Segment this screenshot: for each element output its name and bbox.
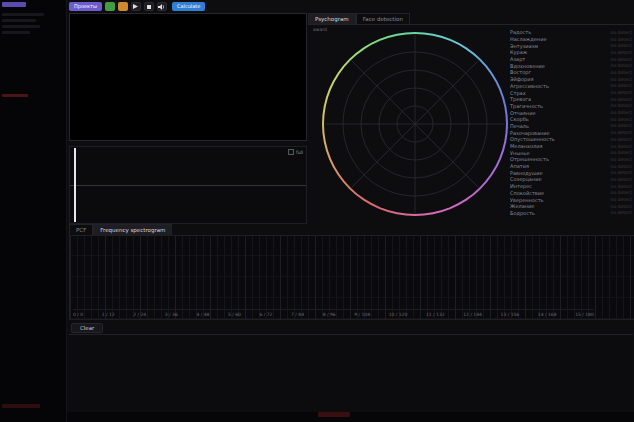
emotion-row: Печальno detect	[510, 123, 632, 130]
time-axis-label: 6 / 72	[260, 312, 273, 317]
video-preview-panel	[69, 13, 307, 141]
emotion-value: no detect	[611, 210, 632, 215]
emotion-row: Интересno detect	[510, 183, 632, 190]
emotion-value: no detect	[611, 190, 632, 195]
emotion-value: no detect	[611, 77, 632, 82]
time-axis-label: 0 / 0	[73, 312, 83, 317]
emotion-value: no detect	[611, 43, 632, 48]
time-axis-label: 1 / 12	[102, 312, 115, 317]
emotion-value: no detect	[611, 37, 632, 42]
projects-button[interactable]: Проекты	[69, 2, 102, 11]
tab-pcf[interactable]: PCF	[69, 224, 93, 235]
sidebar-item[interactable]	[2, 25, 40, 28]
emotion-row: Азартno detect	[510, 56, 632, 63]
green-tool-button[interactable]	[105, 2, 115, 11]
status-indicator	[318, 412, 350, 417]
time-axis-label: 7 / 84	[291, 312, 304, 317]
emotion-value: no detect	[611, 150, 632, 155]
stop-button[interactable]	[144, 2, 154, 11]
time-axis-label: 4 / 48	[196, 312, 209, 317]
sidebar	[0, 0, 67, 422]
frequency-spectrogram-panel[interactable]: 0 / 01 / 122 / 243 / 364 / 485 / 606 / 7…	[69, 235, 634, 320]
emotion-value: no detect	[611, 197, 632, 202]
time-axis-label: 12 / 144	[463, 312, 482, 317]
orange-tool-button[interactable]	[118, 2, 128, 11]
emotion-name: Трагичность	[510, 103, 543, 109]
emotion-row: Уверенностьno detect	[510, 196, 632, 203]
psychogram-tabbar: Psychogram Face detection	[308, 13, 634, 25]
psychogram-panel: Psychogram Face detection award	[308, 13, 634, 222]
emotion-name: Радость	[510, 29, 531, 35]
emotion-value: no detect	[611, 130, 632, 135]
emotion-value: no detect	[611, 103, 632, 108]
playhead[interactable]	[74, 148, 76, 222]
sidebar-item[interactable]	[2, 13, 44, 16]
time-axis-label: 2 / 24	[133, 312, 146, 317]
sidebar-projects-mark[interactable]	[2, 2, 26, 7]
emotion-row: Разочарованиеno detect	[510, 129, 632, 136]
sidebar-item[interactable]	[2, 31, 30, 34]
calculate-button[interactable]: Calculate	[172, 2, 205, 11]
emotion-name: Вдохновение	[510, 63, 545, 69]
tab-face-detection[interactable]: Face detection	[356, 13, 410, 24]
emotion-row: Радостьno detect	[510, 29, 632, 36]
emotion-value: no detect	[611, 117, 632, 122]
time-axis-label: 14 / 168	[538, 312, 557, 317]
emotion-row: Скорбьno detect	[510, 116, 632, 123]
emotion-row: Меланхолияno detect	[510, 143, 632, 150]
app-window: Проекты Calculate full Psychogram	[0, 0, 634, 422]
emotion-row: Тревогаno detect	[510, 96, 632, 103]
emotion-row: Вдохновениеno detect	[510, 62, 632, 69]
emotion-value: no detect	[611, 97, 632, 102]
emotion-row: Агрессивностьno detect	[510, 83, 632, 90]
emotion-row: Апатияno detect	[510, 163, 632, 170]
time-axis-label: 5 / 60	[228, 312, 241, 317]
emotion-name: Отчаяние	[510, 110, 535, 116]
emotion-row: Созерцаниеno detect	[510, 176, 632, 183]
time-axis-label: 11 / 132	[426, 312, 445, 317]
emotion-value: no detect	[611, 137, 632, 142]
emotion-name: Отрешенность	[510, 156, 549, 162]
time-axis-label: 3 / 36	[165, 312, 178, 317]
emotion-row: Отчаяниеno detect	[510, 109, 632, 116]
emotion-value: no detect	[611, 70, 632, 75]
emotion-row: Эйфорияno detect	[510, 76, 632, 83]
emotion-name: Скорбь	[510, 116, 529, 122]
waveform-panel[interactable]: full	[69, 146, 307, 224]
emotion-name: Энтузиазм	[510, 43, 538, 49]
full-checkbox[interactable]: full	[288, 149, 303, 155]
emotion-value: no detect	[611, 177, 632, 182]
emotion-row: Уныньеno detect	[510, 149, 632, 156]
time-axis-label: 15 / 180	[575, 312, 594, 317]
emotion-value: no detect	[611, 157, 632, 162]
emotion-value: no detect	[611, 63, 632, 68]
log-panel	[69, 335, 633, 410]
emotion-name: Спокойствие	[510, 190, 544, 196]
sidebar-status-item	[2, 404, 40, 408]
emotion-row: Трагичностьno detect	[510, 103, 632, 110]
sidebar-item[interactable]	[2, 19, 36, 22]
emotion-row: Спокойствиеno detect	[510, 190, 632, 197]
emotion-name: Тревога	[510, 96, 531, 102]
sidebar-item-alert[interactable]	[2, 94, 28, 97]
waveform-zero-line	[70, 185, 306, 186]
emotion-value: no detect	[611, 123, 632, 128]
emotion-row: Страхno detect	[510, 89, 632, 96]
emotion-value: no detect	[611, 90, 632, 95]
emotion-name: Эйфория	[510, 76, 534, 82]
emotion-list: Радостьno detectНаслаждениеno detectЭнту…	[510, 29, 632, 216]
clear-row: Clear	[69, 322, 633, 335]
tab-frequency-spectrogram[interactable]: Frequency spectrogram	[93, 224, 172, 235]
volume-button[interactable]	[157, 2, 167, 11]
emotion-name: Восторг	[510, 69, 531, 75]
play-button[interactable]	[131, 2, 141, 11]
emotion-name: Меланхолия	[510, 143, 542, 149]
emotion-name: Страх	[510, 90, 526, 96]
stop-icon	[147, 5, 151, 9]
emotion-name: Бодрость	[510, 210, 535, 216]
emotion-row: Отрешенностьno detect	[510, 156, 632, 163]
emotion-row: Желаниеno detect	[510, 203, 632, 210]
clear-button[interactable]: Clear	[71, 323, 103, 333]
emotion-name: Печаль	[510, 123, 529, 129]
tab-psychogram[interactable]: Psychogram	[308, 13, 356, 24]
